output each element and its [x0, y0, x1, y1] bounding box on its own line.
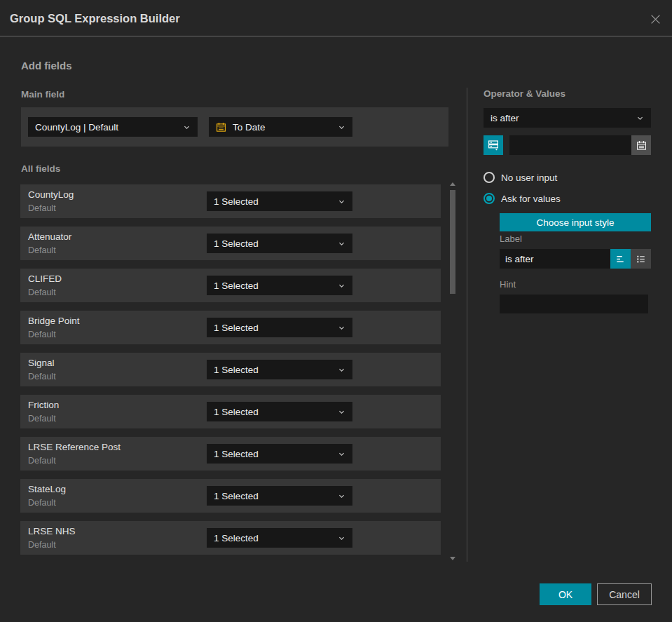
field-sublabel: Default: [28, 288, 56, 297]
radio-no-user-input-label: No user input: [501, 173, 557, 183]
field-selected-dropdown[interactable]: 1 Selected: [207, 360, 352, 379]
field-name: Attenuator: [28, 231, 71, 242]
value-input[interactable]: [509, 135, 631, 155]
chevron-down-icon: [338, 450, 345, 458]
chevron-down-icon: [338, 123, 345, 131]
field-name: StateLog: [28, 484, 66, 494]
field-selected-value: 1 Selected: [214, 280, 259, 291]
field-selected-value: 1 Selected: [214, 238, 259, 249]
field-selected-value: 1 Selected: [214, 323, 259, 333]
field-selected-dropdown[interactable]: 1 Selected: [207, 486, 352, 506]
chevron-down-icon: [338, 534, 345, 542]
field-selected-value: 1 Selected: [214, 407, 259, 417]
field-selected-dropdown[interactable]: 1 Selected: [207, 528, 352, 548]
hint-input[interactable]: [500, 295, 648, 313]
field-row: Friction Default 1 Selected: [20, 395, 441, 428]
field-name: Signal: [28, 358, 55, 368]
radio-selected-icon: [484, 193, 495, 204]
list-icon: [636, 254, 646, 264]
stacked-values-button[interactable]: [484, 135, 503, 155]
field-name: LRSE Reference Post: [28, 442, 121, 452]
all-fields-heading: All fields: [21, 163, 60, 174]
field-row: Bridge Point Default 1 Selected: [20, 311, 441, 344]
align-left-icon: [615, 254, 626, 264]
chevron-down-icon: [183, 123, 191, 131]
field-name: Friction: [28, 400, 59, 410]
field-selected-dropdown[interactable]: 1 Selected: [207, 276, 352, 295]
operator-select[interactable]: is after: [484, 108, 651, 128]
chevron-down-icon: [338, 492, 345, 500]
field-sublabel: Default: [28, 498, 56, 508]
field-selected-value: 1 Selected: [214, 449, 259, 459]
scroll-up-arrow-icon[interactable]: [450, 182, 455, 186]
vertical-divider: [467, 88, 467, 562]
cancel-button[interactable]: Cancel: [597, 583, 652, 605]
label-input[interactable]: [500, 249, 610, 269]
field-selected-dropdown[interactable]: 1 Selected: [207, 318, 352, 337]
chevron-down-icon: [338, 408, 345, 416]
value-calendar-button[interactable]: [631, 135, 651, 155]
field-sublabel: Default: [28, 414, 56, 424]
field-row: Attenuator Default 1 Selected: [20, 227, 441, 260]
radio-ask-for-values[interactable]: Ask for values: [484, 193, 561, 204]
ok-button[interactable]: OK: [540, 583, 591, 605]
field-name: CountyLog: [28, 189, 74, 200]
stacked-values-icon: [488, 140, 499, 151]
field-sublabel: Default: [28, 330, 56, 339]
chevron-down-icon: [636, 114, 644, 122]
list-style-button[interactable]: [631, 249, 651, 269]
scrollbar-thumb[interactable]: [450, 190, 455, 294]
field-row: CountyLog Default 1 Selected: [20, 184, 441, 218]
field-sublabel: Default: [28, 372, 56, 381]
dialog-header: Group SQL Expression Builder: [0, 0, 672, 36]
chevron-down-icon: [338, 282, 345, 290]
field-sublabel: Default: [28, 540, 56, 550]
field-name: LRSE NHS: [28, 526, 76, 536]
close-button[interactable]: [648, 12, 662, 26]
main-field-date-value: To Date: [233, 122, 266, 133]
chevron-down-icon: [338, 198, 345, 205]
operator-select-value: is after: [491, 113, 519, 123]
operator-values-heading: Operator & Values: [484, 88, 565, 99]
calendar-icon: [636, 140, 647, 151]
chevron-down-icon: [338, 324, 345, 332]
field-selected-value: 1 Selected: [214, 491, 259, 501]
field-row: CLIFED Default 1 Selected: [20, 269, 441, 302]
hint-heading: Hint: [500, 279, 516, 290]
main-field-panel: CountyLog | Default To Date: [21, 107, 448, 147]
field-sublabel: Default: [28, 203, 56, 213]
main-field-select-value: CountyLog | Default: [35, 122, 118, 133]
radio-circle-icon: [484, 172, 495, 183]
field-row: Signal Default 1 Selected: [20, 353, 441, 386]
field-name: Bridge Point: [28, 316, 80, 326]
main-field-select[interactable]: CountyLog | Default: [28, 117, 198, 137]
field-row: LRSE Reference Post Default 1 Selected: [20, 437, 441, 471]
all-fields-list: CountyLog Default 1 Selected Attenuator …: [20, 184, 441, 563]
field-name: CLIFED: [28, 273, 62, 284]
single-line-style-button[interactable]: [610, 249, 631, 269]
choose-input-style-button[interactable]: Choose input style: [500, 213, 651, 231]
dialog-title: Group SQL Expression Builder: [10, 0, 180, 36]
field-selected-dropdown[interactable]: 1 Selected: [207, 191, 352, 211]
main-field-date-select[interactable]: To Date: [209, 117, 352, 137]
field-selected-value: 1 Selected: [214, 365, 259, 375]
label-heading: Label: [500, 234, 522, 244]
radio-no-user-input[interactable]: No user input: [484, 172, 557, 183]
add-fields-heading: Add fields: [21, 60, 72, 72]
field-selected-dropdown[interactable]: 1 Selected: [207, 444, 352, 464]
calendar-icon: [216, 122, 226, 133]
scroll-down-arrow-icon[interactable]: [450, 557, 455, 560]
main-field-heading: Main field: [21, 89, 64, 100]
field-selected-value: 1 Selected: [214, 196, 259, 207]
field-row: LRSE NHS Default 1 Selected: [20, 521, 441, 555]
chevron-down-icon: [338, 240, 345, 248]
chevron-down-icon: [338, 366, 345, 374]
field-selected-dropdown[interactable]: 1 Selected: [207, 402, 352, 421]
close-icon: [650, 13, 661, 25]
radio-ask-for-values-label: Ask for values: [501, 194, 561, 204]
field-selected-dropdown[interactable]: 1 Selected: [207, 234, 352, 253]
list-scrollbar[interactable]: [449, 181, 456, 562]
field-sublabel: Default: [28, 245, 56, 255]
field-sublabel: Default: [28, 456, 56, 466]
field-selected-value: 1 Selected: [214, 533, 259, 543]
